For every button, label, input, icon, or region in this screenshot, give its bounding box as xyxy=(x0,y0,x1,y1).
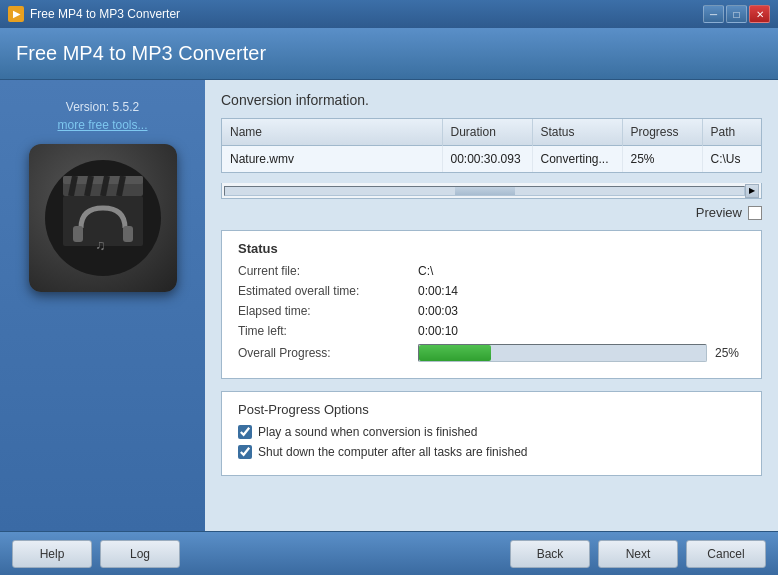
progress-bar-fill xyxy=(419,345,491,361)
log-button[interactable]: Log xyxy=(100,540,180,568)
app-icon: ▶ xyxy=(8,6,24,22)
cell-status: Converting... xyxy=(532,146,622,173)
maximize-button[interactable]: □ xyxy=(726,5,747,23)
option-shutdown-label: Shut down the computer after all tasks a… xyxy=(258,445,527,459)
time-left-row: Time left: 0:00:10 xyxy=(238,324,745,338)
scroll-bar-area[interactable]: ▶ xyxy=(221,183,762,199)
more-tools-link[interactable]: more free tools... xyxy=(57,118,147,132)
svg-text:♫: ♫ xyxy=(95,237,106,253)
status-section: Status Current file: C:\ Estimated overa… xyxy=(221,230,762,379)
elapsed-time-label: Elapsed time: xyxy=(238,304,418,318)
cancel-button[interactable]: Cancel xyxy=(686,540,766,568)
scroll-track xyxy=(224,186,745,196)
table-row: Nature.wmv00:00:30.093Converting...25%C:… xyxy=(222,146,762,173)
elapsed-time-value: 0:00:03 xyxy=(418,304,458,318)
estimated-time-value: 0:00:14 xyxy=(418,284,458,298)
estimated-time-row: Estimated overall time: 0:00:14 xyxy=(238,284,745,298)
content-panel: Conversion information. Name Duration St… xyxy=(205,80,778,531)
back-button[interactable]: Back xyxy=(510,540,590,568)
option-row-sound: Play a sound when conversion is finished xyxy=(238,425,745,439)
post-options-title: Post-Progress Options xyxy=(238,402,745,417)
current-file-value: C:\ xyxy=(418,264,433,278)
cell-duration: 00:00:30.093 xyxy=(442,146,532,173)
option-sound-checkbox[interactable] xyxy=(238,425,252,439)
cell-progress: 25% xyxy=(622,146,702,173)
minimize-button[interactable]: ─ xyxy=(703,5,724,23)
svg-line-6 xyxy=(119,176,123,196)
overall-progress-row: Overall Progress: 25% xyxy=(238,344,745,362)
current-file-row: Current file: C:\ xyxy=(238,264,745,278)
svg-line-3 xyxy=(71,176,75,196)
status-title: Status xyxy=(238,241,745,256)
main-layout: Version: 5.5.2 more free tools... xyxy=(0,80,778,531)
title-bar: ▶ Free MP4 to MP3 Converter ─ □ ✕ xyxy=(0,0,778,28)
preview-checkbox[interactable] xyxy=(748,206,762,220)
col-header-status: Status xyxy=(532,119,622,146)
elapsed-time-row: Elapsed time: 0:00:03 xyxy=(238,304,745,318)
svg-rect-9 xyxy=(123,226,133,242)
close-button[interactable]: ✕ xyxy=(749,5,770,23)
svg-line-5 xyxy=(103,176,107,196)
conversion-title: Conversion information. xyxy=(221,92,762,108)
col-header-progress: Progress xyxy=(622,119,702,146)
file-table: Name Duration Status Progress Path Natur… xyxy=(222,119,762,172)
app-header-title: Free MP4 to MP3 Converter xyxy=(16,42,266,65)
file-table-container: Name Duration Status Progress Path Natur… xyxy=(221,118,762,173)
scroll-right-arrow[interactable]: ▶ xyxy=(745,184,759,198)
col-header-duration: Duration xyxy=(442,119,532,146)
cell-path: C:\Us xyxy=(702,146,762,173)
col-header-name: Name xyxy=(222,119,442,146)
title-bar-controls: ─ □ ✕ xyxy=(703,5,770,23)
progress-percent-label: 25% xyxy=(715,346,745,360)
help-button[interactable]: Help xyxy=(12,540,92,568)
post-progress-options: Post-Progress Options Play a sound when … xyxy=(221,391,762,476)
estimated-time-label: Estimated overall time: xyxy=(238,284,418,298)
file-table-body: Nature.wmv00:00:30.093Converting...25%C:… xyxy=(222,146,762,173)
bottom-bar: Help Log Back Next Cancel xyxy=(0,531,778,575)
app-header: Free MP4 to MP3 Converter xyxy=(0,28,778,80)
sidebar: Version: 5.5.2 more free tools... xyxy=(0,80,205,531)
cell-name: Nature.wmv xyxy=(222,146,442,173)
svg-line-4 xyxy=(87,176,91,196)
svg-rect-8 xyxy=(73,226,83,242)
scroll-thumb[interactable] xyxy=(455,187,515,195)
option-sound-label: Play a sound when conversion is finished xyxy=(258,425,477,439)
progress-bar-container xyxy=(418,344,707,362)
preview-label: Preview xyxy=(696,205,742,220)
preview-row: Preview xyxy=(221,205,762,220)
next-button[interactable]: Next xyxy=(598,540,678,568)
time-left-label: Time left: xyxy=(238,324,418,338)
current-file-label: Current file: xyxy=(238,264,418,278)
option-row-shutdown: Shut down the computer after all tasks a… xyxy=(238,445,745,459)
time-left-value: 0:00:10 xyxy=(418,324,458,338)
overall-progress-label: Overall Progress: xyxy=(238,346,418,360)
version-text: Version: 5.5.2 xyxy=(66,100,139,114)
title-bar-title: Free MP4 to MP3 Converter xyxy=(30,7,703,21)
app-logo: ♫ xyxy=(29,144,177,292)
col-header-path: Path xyxy=(702,119,762,146)
option-shutdown-checkbox[interactable] xyxy=(238,445,252,459)
